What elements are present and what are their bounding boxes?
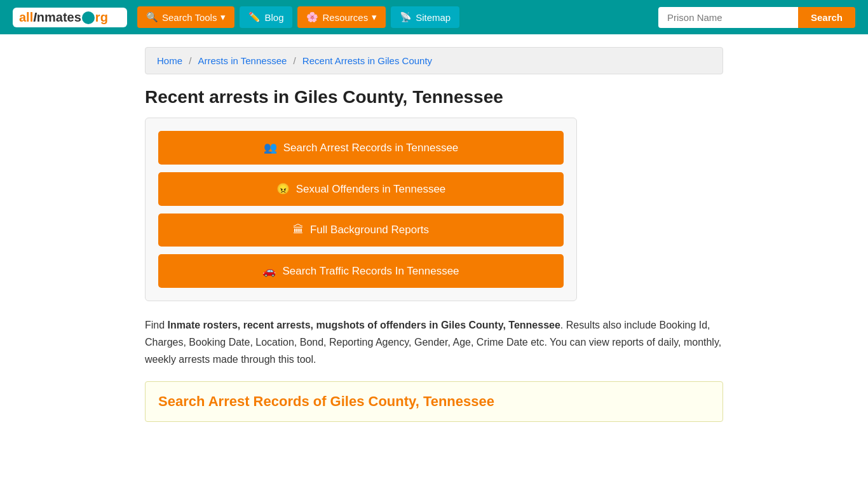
- site-logo[interactable]: allInmatesrg: [13, 8, 127, 27]
- sitemap-button[interactable]: 📡 Sitemap: [391, 6, 459, 28]
- header-search: Search: [658, 7, 855, 28]
- description-bold: Inmate rosters, recent arrests, mugshots…: [168, 320, 560, 330]
- background-reports-label: Full Background Reports: [310, 224, 429, 236]
- blog-button[interactable]: ✏️ Blog: [240, 6, 292, 28]
- breadcrumb: Home / Arrests in Tennessee / Recent Arr…: [145, 47, 723, 74]
- traffic-records-label: Search Traffic Records In Tennessee: [282, 265, 459, 278]
- breadcrumb-separator-1: /: [189, 55, 194, 66]
- sitemap-label: Sitemap: [416, 12, 451, 23]
- search-tools-button[interactable]: 🔍 Search Tools ▾: [137, 6, 234, 28]
- search-section: Search Arrest Records of Giles County, T…: [145, 381, 723, 422]
- resources-button[interactable]: 🌸 Resources ▾: [297, 6, 386, 28]
- offender-icon: 😠: [276, 182, 290, 196]
- action-card: 👥 Search Arrest Records in Tennessee 😠 S…: [145, 118, 577, 301]
- breadcrumb-arrests-tennessee[interactable]: Arrests in Tennessee: [198, 55, 287, 66]
- search-arrest-records-label: Search Arrest Records in Tennessee: [283, 142, 459, 154]
- search-tools-chevron-icon: ▾: [220, 11, 226, 23]
- sexual-offenders-button[interactable]: 😠 Sexual Offenders in Tennessee: [158, 172, 564, 206]
- logo-text: allInmatesrg: [19, 10, 108, 25]
- resources-icon: 🌸: [306, 11, 318, 23]
- page-title: Recent arrests in Giles County, Tennesse…: [145, 87, 723, 107]
- breadcrumb-separator-2: /: [294, 55, 299, 66]
- car-icon: 🚗: [262, 264, 276, 278]
- main-content: Home / Arrests in Tennessee / Recent Arr…: [132, 34, 736, 435]
- resources-chevron-icon: ▾: [372, 11, 377, 23]
- search-tools-icon: 🔍: [146, 11, 158, 23]
- search-button-label: Search: [811, 12, 843, 23]
- building-icon: 🏛: [293, 224, 304, 236]
- search-arrest-records-button[interactable]: 👥 Search Arrest Records in Tennessee: [158, 131, 564, 165]
- blog-icon: ✏️: [248, 11, 261, 23]
- blog-label: Blog: [264, 12, 283, 23]
- search-tools-label: Search Tools: [162, 12, 217, 23]
- search-section-title: Search Arrest Records of Giles County, T…: [158, 393, 710, 410]
- sitemap-icon: 📡: [400, 11, 412, 23]
- description-prefix: Find: [145, 320, 168, 330]
- breadcrumb-giles-county[interactable]: Recent Arrests in Giles County: [302, 55, 432, 66]
- sexual-offenders-label: Sexual Offenders in Tennessee: [296, 183, 446, 196]
- traffic-records-button[interactable]: 🚗 Search Traffic Records In Tennessee: [158, 254, 564, 288]
- main-nav: 🔍 Search Tools ▾ ✏️ Blog 🌸 Resources ▾ 📡…: [137, 6, 648, 28]
- logo-circle-icon: [82, 11, 95, 24]
- breadcrumb-home[interactable]: Home: [157, 55, 182, 66]
- background-reports-button[interactable]: 🏛 Full Background Reports: [158, 214, 564, 247]
- resources-label: Resources: [322, 12, 368, 23]
- prison-search-button[interactable]: Search: [798, 7, 855, 28]
- page-description: Find Inmate rosters, recent arrests, mug…: [145, 316, 723, 369]
- people-icon: 👥: [264, 141, 277, 154]
- site-header: allInmatesrg 🔍 Search Tools ▾ ✏️ Blog 🌸 …: [0, 0, 868, 34]
- prison-search-input[interactable]: [658, 7, 798, 28]
